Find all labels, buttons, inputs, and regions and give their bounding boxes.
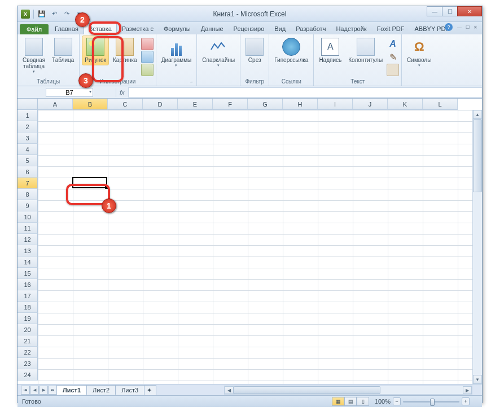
symbols-button[interactable]: Ω Символы ▾ xyxy=(404,36,434,70)
vertical-scrollbar[interactable]: ▲ ▼ xyxy=(472,110,482,384)
cell-grid[interactable] xyxy=(38,110,472,384)
minimize-button[interactable]: — xyxy=(427,6,442,16)
textbox-button[interactable]: A Надпись xyxy=(316,36,344,65)
col-header-F[interactable]: F xyxy=(213,99,248,110)
tab-review[interactable]: Рецензиро xyxy=(229,23,270,34)
row-header-20[interactable]: 20 xyxy=(17,324,38,335)
view-pagebreak-icon[interactable]: ▯ xyxy=(357,397,369,406)
row-header-3[interactable]: 3 xyxy=(17,132,38,144)
row-header-11[interactable]: 11 xyxy=(17,223,38,234)
formula-input[interactable] xyxy=(128,87,482,98)
row-header-13[interactable]: 13 xyxy=(17,245,38,257)
sheet-tab-3[interactable]: Лист3 xyxy=(115,385,144,395)
workbook-minimize-icon[interactable]: — xyxy=(456,24,463,30)
file-tab[interactable]: Файл xyxy=(20,24,49,34)
charts-button[interactable]: Диаграммы ▾ xyxy=(159,36,195,70)
view-pagelayout-icon[interactable]: ▤ xyxy=(344,397,357,406)
row-header-6[interactable]: 6 xyxy=(17,166,38,178)
hyperlink-button[interactable]: Гиперссылка xyxy=(271,36,311,65)
row-header-21[interactable]: 21 xyxy=(17,335,38,347)
tab-formulas[interactable]: Формулы xyxy=(159,23,196,34)
fx-icon[interactable]: fx xyxy=(116,88,128,97)
workbook-restore-icon[interactable]: ☐ xyxy=(464,24,471,30)
picture-button[interactable]: Рисунок xyxy=(82,36,109,65)
scroll-left-icon[interactable]: ◀ xyxy=(225,386,234,394)
save-icon[interactable]: 💾 xyxy=(37,10,46,19)
row-header-5[interactable]: 5 xyxy=(17,155,38,166)
ribbon-minimize-icon[interactable]: ▵ xyxy=(439,24,441,30)
row-header-23[interactable]: 23 xyxy=(17,358,38,369)
zoom-in-button[interactable]: + xyxy=(462,397,470,405)
horizontal-scrollbar[interactable]: ◀ ▶ xyxy=(224,386,472,395)
view-normal-icon[interactable]: ▦ xyxy=(332,397,344,406)
tab-developer[interactable]: Разработч xyxy=(291,23,331,34)
sheet-nav-next[interactable]: ▶ xyxy=(39,386,48,395)
screenshot-button[interactable] xyxy=(141,64,154,76)
hscroll-thumb[interactable] xyxy=(234,386,380,394)
sheet-nav-first[interactable]: ⏮ xyxy=(21,386,30,395)
smartart-button[interactable] xyxy=(141,51,154,63)
tab-view[interactable]: Вид xyxy=(269,23,291,34)
col-header-D[interactable]: D xyxy=(143,99,178,110)
row-header-24[interactable]: 24 xyxy=(17,369,38,381)
table-button[interactable]: Таблица xyxy=(49,36,77,65)
headerfooter-button[interactable]: Колонтитулы xyxy=(345,36,385,65)
help-icon[interactable]: ? xyxy=(445,23,453,31)
col-header-L[interactable]: L xyxy=(423,99,458,110)
slicer-button[interactable]: Срез xyxy=(243,36,266,65)
vscroll-thumb[interactable] xyxy=(473,119,482,192)
zoom-slider[interactable] xyxy=(403,401,459,403)
object-button[interactable] xyxy=(387,64,399,76)
row-header-16[interactable]: 16 xyxy=(17,279,38,290)
row-header-14[interactable]: 14 xyxy=(17,257,38,268)
col-header-C[interactable]: C xyxy=(108,99,143,110)
sparklines-button[interactable]: Спарклайны ▾ xyxy=(199,36,238,70)
tab-insert[interactable]: Вставка xyxy=(84,23,117,34)
sheet-nav-prev[interactable]: ◀ xyxy=(30,386,39,395)
zoom-out-button[interactable]: − xyxy=(393,397,401,405)
scroll-down-icon[interactable]: ▼ xyxy=(473,375,482,384)
tab-foxit[interactable]: Foxit PDF xyxy=(372,23,410,34)
col-header-A[interactable]: A xyxy=(38,99,73,110)
col-header-K[interactable]: K xyxy=(388,99,423,110)
row-header-10[interactable]: 10 xyxy=(17,211,38,223)
wordart-button[interactable]: A xyxy=(387,38,399,50)
new-sheet-button[interactable]: ✦ xyxy=(144,385,156,395)
qat-more-icon[interactable]: ▾ xyxy=(74,10,84,19)
scroll-right-icon[interactable]: ▶ xyxy=(463,386,472,394)
row-header-22[interactable]: 22 xyxy=(17,347,38,358)
row-header-12[interactable]: 12 xyxy=(17,234,38,245)
tab-addins[interactable]: Надстройк xyxy=(331,23,371,34)
row-header-17[interactable]: 17 xyxy=(17,290,38,302)
row-header-2[interactable]: 2 xyxy=(17,121,38,132)
row-header-15[interactable]: 15 xyxy=(17,268,38,279)
row-header-7[interactable]: 7 xyxy=(17,178,38,189)
sheet-tab-1[interactable]: Лист1 xyxy=(56,385,87,395)
tab-data[interactable]: Данные xyxy=(196,23,229,34)
shapes-button[interactable] xyxy=(141,38,154,50)
row-header-19[interactable]: 19 xyxy=(17,313,38,324)
redo-icon[interactable]: ↷ xyxy=(62,10,71,19)
name-box[interactable]: B7 xyxy=(46,88,93,97)
col-header-G[interactable]: G xyxy=(248,99,283,110)
scroll-up-icon[interactable]: ▲ xyxy=(473,110,482,119)
sheet-nav-last[interactable]: ⏭ xyxy=(48,386,57,395)
clipart-button[interactable]: Картинка xyxy=(110,36,140,65)
tab-home[interactable]: Главная xyxy=(50,23,84,34)
row-header-8[interactable]: 8 xyxy=(17,189,38,200)
workbook-close-icon[interactable]: ✕ xyxy=(472,24,479,30)
row-header-18[interactable]: 18 xyxy=(17,302,38,313)
col-header-I[interactable]: I xyxy=(318,99,353,110)
select-all-corner[interactable] xyxy=(17,99,38,110)
col-header-J[interactable]: J xyxy=(353,99,388,110)
col-header-E[interactable]: E xyxy=(178,99,213,110)
active-cell[interactable] xyxy=(72,177,107,188)
zoom-value[interactable]: 100% xyxy=(375,398,391,405)
row-header-4[interactable]: 4 xyxy=(17,144,38,155)
sheet-tab-2[interactable]: Лист2 xyxy=(86,385,116,395)
pivottable-button[interactable]: Сводная таблица ▾ xyxy=(20,36,48,76)
tab-pagelayout[interactable]: Разметка с xyxy=(117,23,159,34)
close-button[interactable]: ✕ xyxy=(457,6,482,16)
col-header-B[interactable]: B xyxy=(73,99,108,110)
maximize-button[interactable]: ☐ xyxy=(442,6,458,16)
